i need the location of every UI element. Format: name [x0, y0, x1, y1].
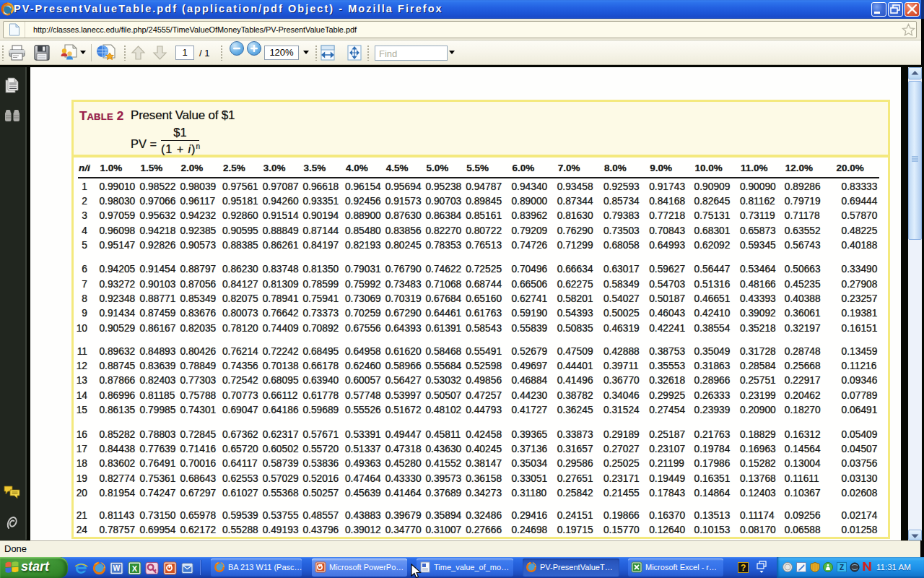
svg-text:Z: Z	[840, 564, 844, 571]
svg-text:W: W	[113, 564, 121, 572]
svg-text:X: X	[132, 564, 138, 573]
